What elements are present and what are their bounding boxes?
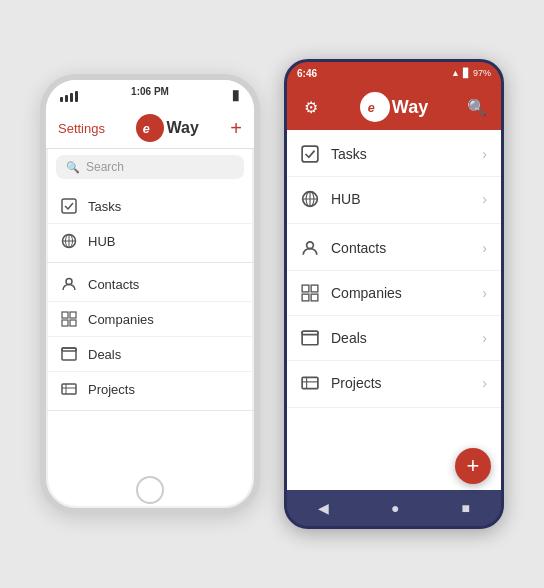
svg-rect-23 (302, 285, 309, 292)
svg-rect-27 (302, 331, 318, 345)
ios-settings-label[interactable]: Settings (58, 121, 105, 136)
android-deals-label: Deals (331, 330, 482, 346)
android-nav-bar: ◀ ● ■ (287, 490, 501, 526)
hub-chevron: › (482, 191, 487, 207)
ios-companies-label: Companies (88, 312, 154, 327)
ios-header: Settings e Way + (46, 108, 254, 149)
android-menu-item-deals[interactable]: Deals › (287, 316, 501, 361)
svg-rect-13 (62, 384, 76, 394)
svg-rect-17 (302, 146, 318, 162)
svg-text:e: e (368, 101, 375, 115)
contacts-icon (60, 275, 78, 293)
wifi-icon: ▲ (451, 68, 460, 78)
companies-chevron: › (482, 285, 487, 301)
ios-logo-text: Way (166, 119, 198, 137)
ios-menu-item-hub[interactable]: HUB (46, 224, 254, 258)
android-status-bar: 6:46 ▲ ▊ 97% (287, 62, 501, 84)
deals-icon (301, 329, 319, 347)
ios-logo-icon: e (136, 114, 164, 142)
ios-status-bar: 1:06 PM ▊ (46, 80, 254, 108)
deals-chevron: › (482, 330, 487, 346)
ios-logo: e Way (136, 114, 198, 142)
android-section-1: Tasks › HUB › (287, 130, 501, 224)
android-logo-way: Way (392, 97, 428, 117)
ios-menu-item-projects[interactable]: Projects (46, 372, 254, 406)
signal-bar-4 (75, 91, 78, 102)
ios-menu-item-deals[interactable]: Deals (46, 337, 254, 372)
svg-rect-7 (62, 312, 68, 318)
tasks-icon (301, 145, 319, 163)
ios-home-bar (46, 472, 254, 508)
android-header: ⚙ e Way 🔍 (287, 84, 501, 130)
svg-point-22 (307, 242, 314, 249)
gear-icon[interactable]: ⚙ (299, 95, 323, 119)
svg-rect-10 (70, 320, 76, 326)
tasks-chevron: › (482, 146, 487, 162)
android-logo: e Way (323, 92, 465, 122)
ios-logo-way: Way (166, 119, 198, 136)
android-section-2: Contacts › Companies › (287, 224, 501, 408)
ios-hub-label: HUB (88, 234, 115, 249)
svg-rect-8 (70, 312, 76, 318)
android-phone: 6:46 ▲ ▊ 97% ⚙ e Way 🔍 (284, 59, 504, 529)
hub-icon (60, 232, 78, 250)
android-menu-item-projects[interactable]: Projects › (287, 361, 501, 405)
signal-bar-2 (65, 95, 68, 102)
ios-signal (60, 91, 78, 102)
ios-deals-label: Deals (88, 347, 121, 362)
android-time: 6:46 (297, 68, 317, 79)
android-status-icons: ▲ ▊ 97% (451, 68, 491, 78)
home-button[interactable]: ● (391, 500, 399, 516)
ios-plus-button[interactable]: + (230, 117, 242, 140)
ios-contacts-label: Contacts (88, 277, 139, 292)
deals-icon (60, 345, 78, 363)
android-battery-pct: 97% (473, 68, 491, 78)
back-button[interactable]: ◀ (318, 500, 329, 516)
svg-text:e: e (143, 122, 150, 136)
android-logo-icon: e (360, 92, 390, 122)
android-menu-item-companies[interactable]: Companies › (287, 271, 501, 316)
ios-home-button[interactable] (136, 476, 164, 504)
svg-rect-9 (62, 320, 68, 326)
svg-rect-11 (62, 348, 76, 360)
ios-menu-item-tasks[interactable]: Tasks (46, 189, 254, 224)
hub-icon (301, 190, 319, 208)
ios-phone: 1:06 PM ▊ Settings e Way + 🔍 Search (40, 74, 260, 514)
android-hub-label: HUB (331, 191, 482, 207)
svg-rect-29 (302, 377, 318, 388)
tasks-icon (60, 197, 78, 215)
android-menu-item-hub[interactable]: HUB › (287, 177, 501, 221)
ios-tasks-label: Tasks (88, 199, 121, 214)
search-icon[interactable]: 🔍 (465, 95, 489, 119)
svg-rect-26 (311, 294, 318, 301)
ios-menu-item-contacts[interactable]: Contacts (46, 267, 254, 302)
android-contacts-label: Contacts (331, 240, 482, 256)
svg-point-6 (66, 279, 72, 285)
android-menu-item-tasks[interactable]: Tasks › (287, 132, 501, 177)
android-menu-item-contacts[interactable]: Contacts › (287, 226, 501, 271)
svg-rect-12 (62, 348, 76, 351)
android-tasks-label: Tasks (331, 146, 482, 162)
ios-menu: Tasks HUB (46, 185, 254, 472)
ios-section-2: Contacts Companies (46, 263, 254, 411)
android-fab[interactable]: + (455, 448, 491, 484)
android-companies-label: Companies (331, 285, 482, 301)
svg-rect-25 (302, 294, 309, 301)
projects-icon (60, 380, 78, 398)
ios-search-placeholder: Search (86, 160, 124, 174)
contacts-chevron: › (482, 240, 487, 256)
svg-rect-28 (302, 331, 318, 334)
android-logo-text: Way (392, 97, 428, 118)
recents-button[interactable]: ■ (462, 500, 470, 516)
ios-search-bar[interactable]: 🔍 Search (56, 155, 244, 179)
battery-icon: ▊ (463, 68, 470, 78)
ios-section-1: Tasks HUB (46, 185, 254, 263)
projects-icon (301, 374, 319, 392)
svg-rect-1 (62, 199, 76, 213)
svg-rect-24 (311, 285, 318, 292)
ios-projects-label: Projects (88, 382, 135, 397)
ios-menu-item-companies[interactable]: Companies (46, 302, 254, 337)
ios-time: 1:06 PM (131, 86, 169, 97)
contacts-icon (301, 239, 319, 257)
search-icon: 🔍 (66, 161, 80, 174)
